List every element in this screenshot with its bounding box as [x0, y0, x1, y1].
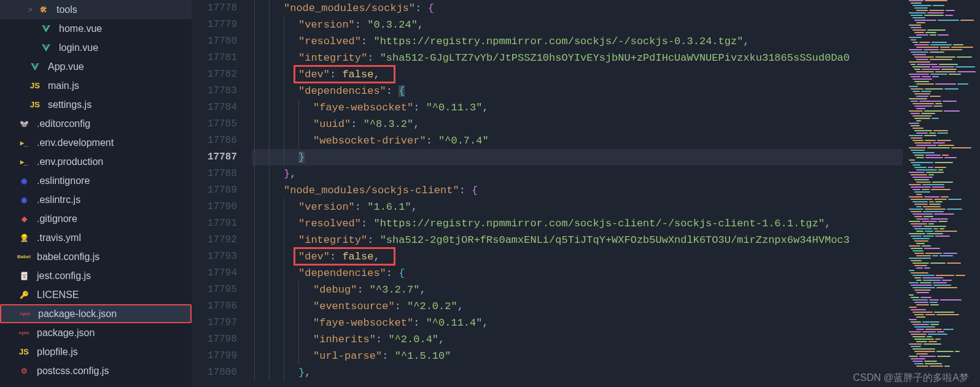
line-number: 17793: [192, 248, 237, 265]
line-number: 17780: [192, 33, 237, 50]
file-main.js[interactable]: JSmain.js: [0, 76, 192, 95]
file-tools[interactable]: >🛠tools: [0, 0, 192, 19]
line-number: 17781: [192, 50, 237, 66]
line-number: 17800: [192, 364, 237, 381]
file-LICENSE[interactable]: 🔑LICENSE: [0, 285, 192, 304]
file-.env.production[interactable]: ▸_.env.production: [0, 152, 192, 171]
code-line[interactable]: },: [252, 166, 903, 182]
code-line[interactable]: },: [252, 364, 903, 381]
code-line[interactable]: "version": "1.6.1",: [252, 199, 903, 215]
line-number: 17787: [192, 149, 237, 166]
line-number: 17784: [192, 99, 237, 116]
file-plopfile.js[interactable]: JSplopfile.js: [0, 342, 192, 361]
line-gutter: 1777817779177801778117782177831778417785…: [192, 0, 252, 387]
code-area[interactable]: "node_modules/sockjs": {"version": "0.3.…: [252, 0, 903, 387]
line-number: 17789: [192, 182, 237, 199]
minimap[interactable]: [903, 0, 980, 387]
code-line[interactable]: "url-parse": "^1.5.10": [252, 348, 903, 364]
code-line[interactable]: "resolved": "https://registry.npmmirror.…: [252, 33, 903, 50]
file-babel.config.js[interactable]: Babelbabel.config.js: [0, 247, 192, 266]
file-.travis.yml[interactable]: 👷.travis.yml: [0, 228, 192, 247]
code-line[interactable]: "eventsource": "^2.0.2",: [252, 298, 903, 315]
line-number: 17799: [192, 348, 237, 364]
file-explorer[interactable]: >🛠toolshome.vuelogin.vueApp.vueJSmain.js…: [0, 0, 192, 387]
code-line[interactable]: "node_modules/sockjs": {: [252, 0, 903, 17]
code-line[interactable]: "websocket-driver": "^0.7.4": [252, 132, 903, 149]
line-number: 17788: [192, 166, 237, 182]
line-number: 17790: [192, 199, 237, 215]
file-.gitignore[interactable]: ◆.gitignore: [0, 209, 192, 228]
line-number: 17778: [192, 0, 237, 17]
file-package-lock.json[interactable]: npmpackage-lock.json: [0, 304, 192, 323]
code-line[interactable]: "faye-websocket": "^0.11.4",: [252, 315, 903, 331]
line-number: 17785: [192, 116, 237, 132]
code-line[interactable]: "uuid": "^8.3.2",: [252, 116, 903, 132]
file-package.json[interactable]: npmpackage.json: [0, 323, 192, 342]
line-number: 17794: [192, 265, 237, 282]
code-line[interactable]: "inherits": "^2.0.4",: [252, 331, 903, 348]
line-number: 17798: [192, 331, 237, 348]
file-postcss.config.js[interactable]: ⚙postcss.config.js: [0, 361, 192, 380]
file-login.vue[interactable]: login.vue: [0, 38, 192, 57]
line-number: 17797: [192, 315, 237, 331]
file-.eslintrc.js[interactable]: ◉.eslintrc.js: [0, 190, 192, 209]
line-number: 17782: [192, 66, 237, 83]
code-line[interactable]: "node_modules/sockjs-client": {: [252, 182, 903, 199]
code-line[interactable]: "dev": false,: [252, 66, 903, 83]
code-line[interactable]: "dev": false,: [252, 248, 903, 265]
line-number: 17786: [192, 132, 237, 149]
code-line[interactable]: "dependencies": {: [252, 83, 903, 99]
code-line[interactable]: "resolved": "https://registry.npmmirror.…: [252, 215, 903, 232]
line-number: 17792: [192, 232, 237, 248]
code-editor[interactable]: 1777817779177801778117782177831778417785…: [192, 0, 980, 387]
line-number: 17795: [192, 282, 237, 298]
line-number: 17779: [192, 17, 237, 33]
code-line[interactable]: "integrity": "sha512-GJgLTZ7vYb/JtPSSZ10…: [252, 50, 903, 66]
file-jest.config.js[interactable]: 🃏jest.config.js: [0, 266, 192, 285]
code-line[interactable]: }: [252, 149, 903, 166]
file-.env.development[interactable]: ▸_.env.development: [0, 133, 192, 152]
file-.eslintignore[interactable]: ◉.eslintignore: [0, 171, 192, 190]
file-home.vue[interactable]: home.vue: [0, 19, 192, 38]
line-number: 17796: [192, 298, 237, 315]
code-line[interactable]: "faye-websocket": "^0.11.3",: [252, 99, 903, 116]
file-.editorconfig[interactable]: 🐭.editorconfig: [0, 114, 192, 133]
line-number: 17783: [192, 83, 237, 99]
file-settings.js[interactable]: JSsettings.js: [0, 95, 192, 114]
code-line[interactable]: "integrity": "sha512-2g0tjOR+fRs0amxENLi…: [252, 232, 903, 248]
code-line[interactable]: "version": "0.3.24",: [252, 17, 903, 33]
line-number: 17791: [192, 215, 237, 232]
code-line[interactable]: "debug": "^3.2.7",: [252, 282, 903, 298]
file-App.vue[interactable]: App.vue: [0, 57, 192, 76]
code-line[interactable]: "dependencies": {: [252, 265, 903, 282]
